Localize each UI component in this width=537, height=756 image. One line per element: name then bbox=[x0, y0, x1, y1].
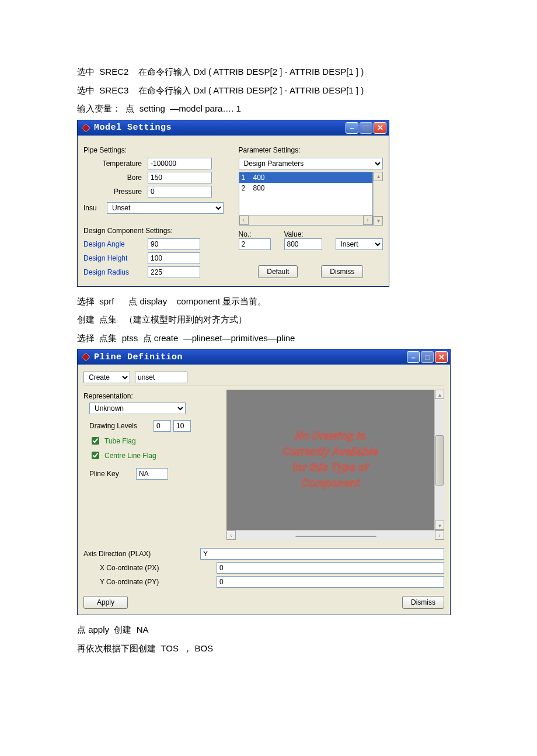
app-icon bbox=[81, 352, 90, 362]
no-label: No.: bbox=[239, 230, 274, 238]
temperature-label: Temperature bbox=[83, 159, 148, 168]
intro-line-3: 输入变量： 点 setting —model para…. 1 bbox=[77, 101, 460, 116]
design-height-link[interactable]: Design Height bbox=[83, 254, 127, 262]
py-input[interactable] bbox=[217, 576, 444, 588]
design-parameters-select[interactable]: Design Parameters bbox=[239, 158, 383, 169]
px-input[interactable] bbox=[217, 562, 444, 574]
scroll-up-icon[interactable]: ▴ bbox=[435, 390, 444, 399]
maximize-button[interactable]: □ bbox=[360, 122, 372, 134]
design-radius-link[interactable]: Design Radius bbox=[83, 268, 129, 276]
representation-label: Representation: bbox=[83, 392, 221, 400]
design-height-input[interactable] bbox=[148, 252, 200, 264]
list-vscroll[interactable]: ▴ ▾ bbox=[373, 172, 383, 226]
svg-marker-0 bbox=[82, 124, 90, 132]
svg-marker-1 bbox=[82, 353, 90, 361]
create-select[interactable]: Create bbox=[83, 372, 130, 383]
scroll-up-icon[interactable]: ▴ bbox=[374, 172, 383, 181]
title-bar[interactable]: Model Settings – □ ✕ bbox=[78, 120, 389, 136]
scroll-down-icon[interactable]: ▾ bbox=[374, 216, 383, 226]
bore-label: Bore bbox=[83, 174, 148, 182]
axis-direction-label: Axis Direction (PLAX) bbox=[83, 550, 200, 558]
outro-line-1: 点 apply 创建 NA bbox=[77, 622, 460, 637]
parameter-settings-label: Parameter Settings: bbox=[239, 146, 383, 154]
no-input[interactable] bbox=[239, 238, 271, 250]
drawing-canvas: No Drawing is Currently Available for th… bbox=[226, 390, 434, 530]
axis-direction-input[interactable] bbox=[200, 548, 444, 560]
pressure-input[interactable] bbox=[148, 186, 212, 197]
pressure-label: Pressure bbox=[83, 188, 148, 196]
canvas-vscroll[interactable]: ▴ ▾ bbox=[434, 390, 444, 530]
close-button[interactable]: ✕ bbox=[435, 351, 448, 363]
centre-line-flag-label: Centre Line Flag bbox=[104, 452, 156, 460]
pline-key-input[interactable] bbox=[136, 468, 168, 480]
tube-flag-checkbox[interactable] bbox=[92, 437, 99, 445]
minimize-button[interactable]: – bbox=[407, 351, 420, 363]
parameter-listbox[interactable]: 1 400 2 800 ‹ › bbox=[239, 172, 374, 226]
value-label: Value: bbox=[284, 230, 325, 238]
intro-line-2: 选中 SREC3 在命令行输入 Dxl ( ATTRIB DESP[2 ] - … bbox=[77, 83, 460, 98]
app-icon bbox=[81, 123, 90, 133]
dismiss-button[interactable]: Dismiss bbox=[402, 596, 444, 609]
minimize-button[interactable]: – bbox=[346, 122, 358, 134]
close-button[interactable]: ✕ bbox=[374, 122, 386, 134]
design-component-settings-label: Design Component Settings: bbox=[83, 227, 228, 235]
scroll-left-icon[interactable]: ‹ bbox=[226, 530, 236, 540]
window-title: Pline Definition bbox=[94, 352, 407, 362]
model-settings-window: Model Settings – □ ✕ Pipe Settings: Temp… bbox=[77, 120, 389, 287]
outro-line-2: 再依次根据下图创建 TOS ， BOS bbox=[77, 641, 460, 656]
centre-line-flag-checkbox[interactable] bbox=[92, 452, 99, 459]
scroll-left-icon[interactable]: ‹ bbox=[239, 216, 249, 225]
title-bar[interactable]: Pline Definition – □ ✕ bbox=[78, 349, 450, 365]
mid-line-1: 选择 sprf 点 display component 显示当前。 bbox=[77, 294, 460, 309]
no-drawing-text: No Drawing is Currently Available for th… bbox=[283, 428, 378, 491]
pline-definition-window: Pline Definition – □ ✕ Create Representa… bbox=[77, 349, 451, 615]
insu-label: Insu bbox=[83, 204, 107, 212]
dismiss-button[interactable]: Dismiss bbox=[321, 265, 363, 278]
tube-flag-label: Tube Flag bbox=[104, 437, 136, 445]
create-value-input[interactable] bbox=[135, 372, 187, 383]
py-label: Y Co-ordinate (PY) bbox=[83, 578, 217, 586]
window-title: Model Settings bbox=[94, 123, 346, 133]
value-input[interactable] bbox=[284, 238, 322, 250]
list-row[interactable]: 1 400 bbox=[239, 172, 373, 183]
intro-line-1: 选中 SREC2 在命令行输入 Dxl ( ATTRIB DESP[2 ] - … bbox=[77, 64, 460, 79]
apply-button[interactable]: Apply bbox=[83, 596, 128, 609]
list-row[interactable]: 2 800 bbox=[239, 183, 373, 193]
canvas-hscroll[interactable]: ‹ › bbox=[226, 530, 444, 540]
px-label: X Co-ordinate (PX) bbox=[83, 564, 217, 572]
pline-key-label: Pline Key bbox=[89, 470, 136, 478]
insu-select[interactable]: Unset bbox=[107, 202, 224, 214]
pipe-settings-label: Pipe Settings: bbox=[83, 146, 228, 154]
default-button[interactable]: Default bbox=[258, 265, 298, 278]
temperature-input[interactable] bbox=[148, 158, 212, 169]
drawing-levels-from-input[interactable] bbox=[154, 420, 171, 432]
mid-line-3: 选择 点集 ptss 点 create —plineset—primitives… bbox=[77, 331, 460, 346]
drawing-levels-label: Drawing Levels bbox=[89, 422, 154, 430]
design-angle-link[interactable]: Design Angle bbox=[83, 240, 125, 248]
scroll-down-icon[interactable]: ▾ bbox=[435, 521, 444, 530]
maximize-button[interactable]: □ bbox=[421, 351, 434, 363]
list-hscroll[interactable]: ‹ › bbox=[239, 215, 373, 225]
scroll-right-icon[interactable]: › bbox=[435, 530, 444, 540]
mid-line-2: 创建 点集 （建立模型时用到的对齐方式） bbox=[77, 312, 460, 327]
scroll-right-icon[interactable]: › bbox=[363, 216, 372, 225]
design-angle-input[interactable] bbox=[148, 238, 200, 250]
representation-select[interactable]: Unknown bbox=[89, 403, 186, 414]
design-radius-input[interactable] bbox=[148, 266, 200, 278]
drawing-levels-to-input[interactable] bbox=[173, 420, 191, 432]
insert-select[interactable]: Insert bbox=[336, 238, 383, 250]
bore-input[interactable] bbox=[148, 172, 212, 183]
